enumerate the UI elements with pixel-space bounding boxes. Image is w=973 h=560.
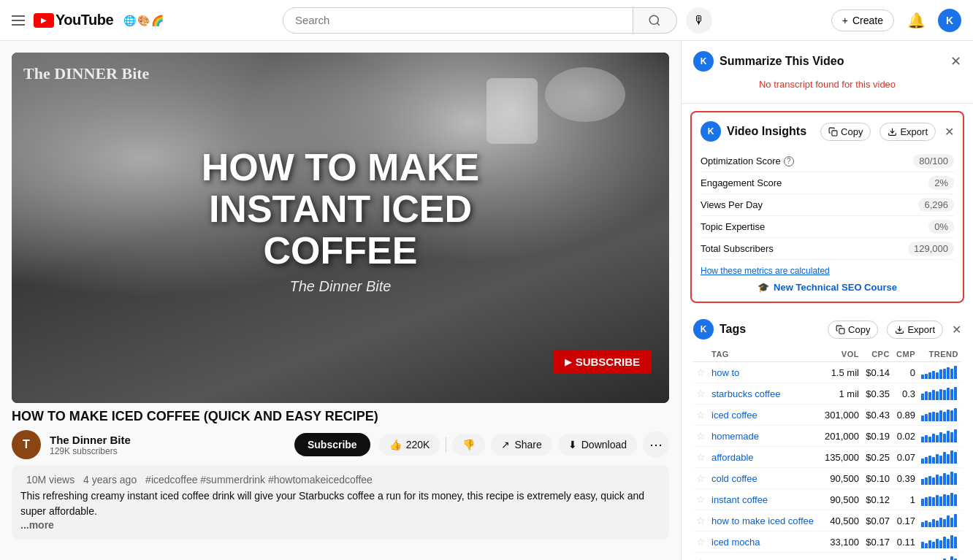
table-row: ☆ iced mocha 33,100 $0.17 0.11	[693, 532, 961, 553]
tags-table-body: ☆ how to 1.5 mil $0.14 0 ☆ starbucks cof…	[693, 362, 961, 561]
trend-bar-segment	[928, 413, 931, 421]
metric-label: Optimization Score	[701, 156, 781, 166]
video-subtitle: The Dinner Bite	[176, 277, 505, 294]
tag-cmp: 0.02	[893, 426, 918, 447]
summarize-avatar: K	[693, 51, 714, 72]
trend-bar-segment	[954, 514, 957, 527]
trend-bar-segment	[932, 519, 935, 527]
tag-trend	[918, 426, 961, 447]
share-button[interactable]: ↗ Share	[491, 434, 552, 456]
tag-vol: 90,500	[820, 468, 862, 489]
tag-link[interactable]: affordable	[711, 452, 754, 463]
subscribe-overlay[interactable]: SUBSCRIBE	[553, 350, 652, 374]
seo-course-link[interactable]: 🎓 New Technical SEO Course	[701, 282, 954, 293]
star-icon[interactable]: ☆	[696, 536, 706, 548]
mini-bars	[921, 408, 958, 421]
insights-close-button[interactable]: ✕	[945, 125, 954, 139]
tag-vol: 27,100	[820, 553, 862, 561]
dislike-button[interactable]: 👎	[452, 434, 485, 456]
like-button[interactable]: 👍 220K	[379, 434, 440, 456]
search-button[interactable]	[633, 7, 677, 34]
trend-bar-segment	[943, 434, 946, 442]
insights-export-button[interactable]: Export	[879, 123, 936, 141]
summarize-title: Summarize This Video	[720, 55, 945, 68]
trend-bar-segment	[936, 454, 939, 464]
star-icon[interactable]: ☆	[696, 409, 706, 421]
mini-bars	[921, 556, 958, 560]
tag-trend	[918, 447, 961, 468]
download-button[interactable]: ⬇ Download	[558, 434, 637, 456]
star-icon[interactable]: ☆	[696, 515, 706, 526]
mic-button[interactable]: 🎙	[686, 7, 712, 34]
search-box	[283, 7, 633, 34]
star-icon[interactable]: ☆	[696, 494, 706, 505]
summarize-close-button[interactable]: ✕	[950, 53, 961, 69]
star-icon[interactable]: ☆	[696, 451, 706, 463]
tags-section: K Tags Copy Export ✕ TAG VOL	[682, 310, 973, 560]
channel-overlay-logo: The DINNER Bite	[23, 64, 149, 83]
trend-bar-segment	[925, 391, 928, 400]
video-area: The DINNER Bite HOW TO MAKE INSTANT ICED…	[0, 41, 681, 560]
tag-link[interactable]: starbucks coffee	[711, 388, 780, 399]
channel-subscribers: 129K subscribers	[50, 446, 286, 456]
channel-info: The Dinner Bite 129K subscribers	[50, 434, 286, 456]
metric-value: 0%	[928, 220, 954, 234]
subscribe-button[interactable]: Subscribe	[294, 433, 370, 456]
tag-cpc: $0.03	[862, 553, 893, 561]
star-icon[interactable]: ☆	[696, 367, 706, 378]
tags-header: K Tags Copy Export ✕	[693, 319, 961, 340]
trend-bar-segment	[954, 429, 957, 442]
notifications-button[interactable]: 🔔	[903, 7, 929, 34]
tag-trend	[918, 468, 961, 489]
tag-link[interactable]: homemade	[711, 431, 759, 442]
video-player[interactable]: The DINNER Bite HOW TO MAKE INSTANT ICED…	[12, 53, 669, 403]
tag-star-cell: ☆	[693, 447, 709, 468]
trend-bar-segment	[928, 496, 931, 506]
trend-bar-segment	[950, 432, 953, 442]
metric-value: 2%	[928, 176, 954, 190]
tag-cmp: 0.1	[893, 553, 918, 561]
user-avatar[interactable]: K	[938, 9, 961, 32]
calc-link[interactable]: How these metrics are calculated	[701, 266, 954, 276]
description-more[interactable]: ...more	[20, 519, 660, 531]
trend-bar-segment	[954, 473, 957, 485]
plus-icon: +	[842, 15, 848, 26]
tag-cmp: 0.3	[893, 383, 918, 404]
tag-cmp: 1	[893, 489, 918, 510]
metric-label-cell: Total Subscribers	[701, 243, 908, 254]
no-transcript-message: No transcript found for this video	[693, 76, 961, 93]
tag-link[interactable]: instant coffee	[711, 494, 768, 505]
tag-link[interactable]: how to	[711, 367, 739, 378]
metrics-container: Optimization Score ? 80/100 Engagement S…	[701, 150, 954, 260]
star-icon[interactable]: ☆	[696, 388, 706, 399]
hamburger-menu[interactable]	[12, 15, 25, 26]
insights-copy-button[interactable]: Copy	[820, 123, 871, 141]
search-area: 🎙	[169, 7, 825, 34]
trend-bar-segment	[936, 539, 939, 548]
star-icon[interactable]: ☆	[696, 557, 706, 560]
trend-bar-segment	[954, 537, 957, 548]
tags-copy-button[interactable]: Copy	[828, 321, 878, 339]
tag-link[interactable]: summer recipe	[711, 558, 774, 561]
tag-link[interactable]: cold coffee	[711, 473, 758, 484]
metric-row: Engagement Score 2%	[701, 172, 954, 194]
tag-link[interactable]: iced coffee	[711, 410, 758, 421]
create-button[interactable]: + Create	[831, 9, 894, 31]
star-icon[interactable]: ☆	[696, 430, 706, 442]
search-input[interactable]	[295, 14, 621, 26]
tag-link[interactable]: how to make iced coffee	[711, 515, 814, 526]
info-icon[interactable]: ?	[784, 156, 794, 166]
metric-value: 80/100	[913, 154, 954, 168]
tag-cpc: $0.17	[862, 532, 893, 553]
more-options-button[interactable]: ⋯	[643, 431, 669, 458]
tags-close-button[interactable]: ✕	[952, 323, 961, 337]
insights-section: K Video Insights Copy Export ✕ Optimizat…	[690, 111, 964, 303]
trend-bar-segment	[954, 408, 957, 421]
star-icon[interactable]: ☆	[696, 472, 706, 484]
metric-label: Topic Expertise	[701, 221, 765, 232]
tag-link[interactable]: iced mocha	[711, 537, 760, 548]
tags-export-button[interactable]: Export	[887, 321, 943, 339]
trend-bar-segment	[939, 496, 942, 506]
tag-star-cell: ☆	[693, 362, 709, 383]
channel-name: The Dinner Bite	[50, 434, 286, 446]
